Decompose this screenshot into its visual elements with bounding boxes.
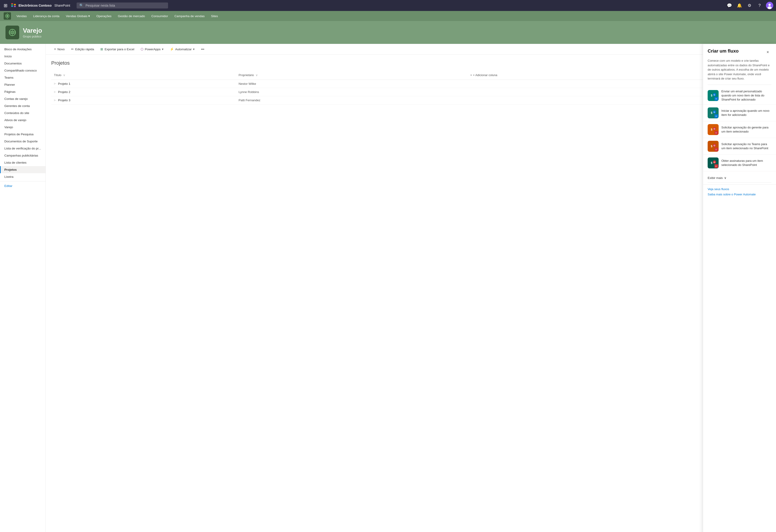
new-button[interactable]: + Novo [51, 46, 67, 52]
site-icon [5, 26, 19, 39]
nav-item-consumidor[interactable]: Consumidor [149, 13, 171, 19]
quick-edit-button[interactable]: ✏ Edição rápida [68, 46, 97, 52]
show-more-button[interactable]: Exibir mais ∨ [703, 173, 776, 182]
svg-rect-0 [11, 3, 13, 4]
nav-item-operacoes[interactable]: Operações [93, 13, 114, 19]
svg-point-7 [768, 6, 772, 9]
nav-item-vendas[interactable]: Vendas [14, 13, 29, 19]
badge-icon-1: W [715, 97, 718, 100]
export-excel-button[interactable]: ⊞ Exportar para o Excel [98, 46, 137, 52]
flow-item-2[interactable]: $S W Iniciar a aprovação quando um novo … [703, 105, 776, 121]
view-flows-link[interactable]: Veja seus fluxos [708, 187, 771, 191]
panel-description: Comece com um modelo e crie tarefas auto… [703, 58, 776, 84]
sidebar-item-documentos[interactable]: Documentos [0, 60, 45, 67]
powerapps-icon: ⬡ [141, 47, 143, 51]
nav-item-sites[interactable]: Sites [208, 13, 221, 19]
sidebar-item-inicio[interactable]: Início [0, 53, 45, 60]
notifications-icon[interactable]: 🔔 [736, 2, 743, 9]
flow-icon-5: $A A [708, 158, 719, 169]
flow-icon-1: $S W [708, 90, 719, 101]
table-row[interactable]: ⊢ Projeto 3 Patti Fernandez [51, 96, 771, 104]
user-avatar[interactable] [766, 2, 773, 9]
panel-close-button[interactable]: × [764, 48, 771, 56]
flow-item-3[interactable]: $O O Solicitar aprovação do gerente para… [703, 121, 776, 138]
panel-title: Criar um fluxo [708, 48, 739, 54]
table-row[interactable]: ⊢ Projeto 2 Lynne Robbins [51, 88, 771, 96]
chevron-down-icon: ▾ [162, 47, 164, 51]
panel-header: Criar um fluxo × [703, 44, 776, 58]
column-header-proprietario[interactable]: Proprietário ∨ [236, 71, 465, 80]
sidebar-item-projetos-pesquisa[interactable]: Projetos de Pesquisa [0, 131, 45, 138]
sidebar-item-gerentes[interactable]: Gerentes de conta [0, 102, 45, 109]
svg-point-6 [768, 4, 771, 6]
sidebar-item-conteudos[interactable]: Conteúdos do site [0, 109, 45, 116]
row-title-2: ⊢ Projeto 2 [51, 88, 236, 96]
nav-item-lideranca[interactable]: Liderança da conta [30, 13, 62, 19]
sidebar-item-ativos[interactable]: Ativos de varejo [0, 116, 45, 123]
svg-text:O: O [714, 145, 715, 147]
sidebar-item-teams[interactable]: Teams [0, 74, 45, 81]
nav-item-vendas-globais[interactable]: Vendas Globais ▾ [63, 13, 93, 19]
sidebar-item-planner[interactable]: Planner [0, 81, 45, 88]
search-bar[interactable]: 🔍 [76, 3, 168, 8]
sidebar-item-campanhas[interactable]: Campanhas publicitárias [0, 152, 45, 159]
more-options-button[interactable]: ••• [198, 46, 207, 52]
badge-icon-3: O [715, 131, 718, 135]
site-logo-nav [4, 12, 11, 20]
automate-button[interactable]: ⚡ Automatizar ▾ [167, 46, 197, 52]
svg-text:A: A [714, 161, 715, 164]
sidebar-item-editar[interactable]: Editar [0, 182, 45, 190]
brand-logo [10, 2, 17, 9]
row-title-3: ⊢ Projeto 3 [51, 96, 236, 104]
sidebar-item-varejo[interactable]: Varejo [0, 123, 45, 131]
column-header-titulo[interactable]: Título ∨ [51, 71, 236, 80]
waffle-icon[interactable]: ⊞ [3, 2, 8, 9]
sidebar-item-lixeira[interactable]: Lixeira [0, 173, 45, 180]
brand-app-text: SharePoint [54, 4, 70, 7]
sidebar-item-projetos[interactable]: Projetos [0, 166, 45, 173]
flow-item-text-2: Iniciar a aprovação quando um novo item … [721, 109, 771, 117]
list-title: Projetos [51, 60, 771, 66]
svg-point-10 [6, 15, 8, 17]
table-row[interactable]: ⊢ Projeto 1 Nestor Wilke [51, 80, 771, 88]
help-icon[interactable]: ? [756, 2, 763, 9]
learn-more-link[interactable]: Saiba mais sobre o Power Automate [708, 193, 771, 196]
nav-item-gestao[interactable]: Gestão de mercado [115, 13, 148, 19]
ellipsis-icon: ••• [201, 47, 204, 51]
sidebar-item-bloco[interactable]: Bloco de Anotações [0, 46, 45, 53]
list-view: Projetos Título ∨ Proprietário ∨ [46, 55, 776, 110]
plus-col-icon: + [470, 73, 472, 77]
row-owner-3: Patti Fernandez [236, 96, 465, 104]
search-input[interactable] [85, 4, 165, 7]
sidebar-divider [0, 181, 45, 182]
toolbar: + Novo ✏ Edição rápida ⊞ Exportar para o… [46, 44, 776, 55]
main-layout: Bloco de Anotações Início Documentos Com… [0, 44, 776, 532]
sidebar-item-lista-verificacao[interactable]: Lista de verificação do pr... [0, 145, 45, 152]
flow-item-5[interactable]: $A A Obter assinaturas para um item sele… [703, 155, 776, 172]
chat-icon[interactable]: 💬 [726, 2, 733, 9]
sidebar-item-compartilhado[interactable]: Compartilhado conosco [0, 67, 45, 74]
automate-icon: ⚡ [170, 47, 174, 51]
flow-icon-4: $O O [708, 141, 719, 152]
svg-text:S: S [714, 111, 715, 113]
row-expand-icon: ⊢ [54, 90, 56, 94]
flow-item-4[interactable]: $O O Solicitar aprovação no Teams para u… [703, 138, 776, 155]
flow-icon-3: $O O [708, 124, 719, 135]
top-nav-icons: 💬 🔔 ⚙ ? [726, 2, 773, 9]
site-title: Varejo [23, 27, 42, 34]
top-navigation: ⊞ Electrônicos Contoso SharePoint 🔍 💬 🔔 … [0, 0, 776, 11]
edit-icon: ✏ [71, 47, 74, 51]
plus-icon: + [54, 47, 56, 51]
create-flow-panel: Criar um fluxo × Comece com um modelo e … [703, 44, 776, 532]
settings-icon[interactable]: ⚙ [746, 2, 753, 9]
sidebar-item-paginas[interactable]: Páginas [0, 88, 45, 95]
flow-item-1[interactable]: $S W Enviar um email personalizado quand… [703, 87, 776, 105]
svg-text:W: W [716, 98, 717, 100]
nav-item-campanha[interactable]: Campanha de vendas [172, 13, 207, 19]
sidebar-item-lista-clientes[interactable]: Lista de clientes [0, 159, 45, 166]
sidebar-item-contas-varejo[interactable]: Contas de varejo [0, 95, 45, 102]
svg-rect-4 [14, 6, 16, 7]
svg-text:S: S [714, 94, 715, 96]
powerapps-button[interactable]: ⬡ PowerApps ▾ [138, 46, 166, 52]
sidebar-item-documentos-suporte[interactable]: Documentos de Suporte [0, 138, 45, 145]
